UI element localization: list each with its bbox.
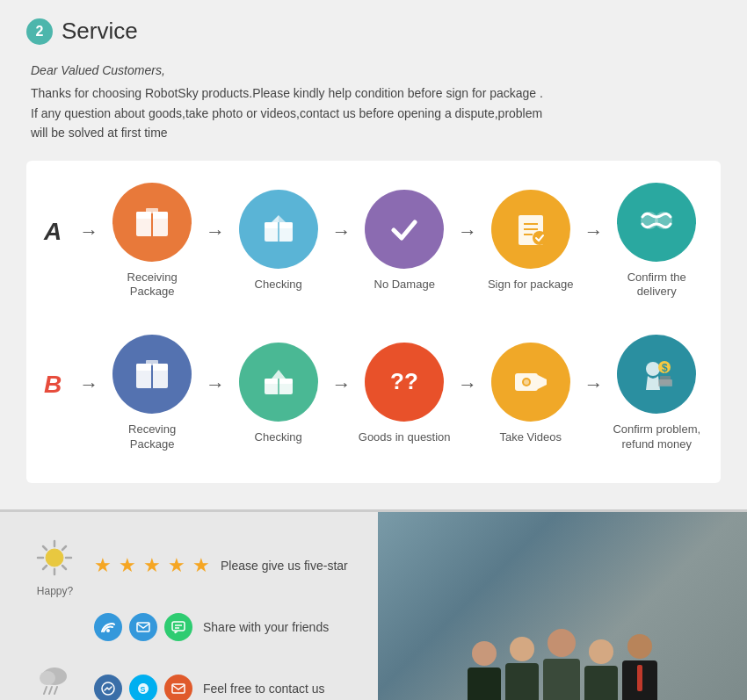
step-b4-circle xyxy=(491,343,570,422)
step-a3-label: No Damage xyxy=(374,278,435,292)
staff-1 xyxy=(468,641,501,700)
star4: ★ xyxy=(168,554,185,577)
step-a5-label: Confirm the delivery xyxy=(610,271,703,300)
svg-point-43 xyxy=(106,629,110,632)
svg-marker-7 xyxy=(272,215,279,222)
svg-line-41 xyxy=(62,546,66,550)
svg-text:??: ?? xyxy=(390,368,418,394)
flow-section: A → Receiving Package → xyxy=(26,161,721,484)
skype-icon[interactable]: S xyxy=(129,675,157,700)
arrow-b1: → xyxy=(206,373,225,414)
staff-4 xyxy=(584,639,618,700)
bottom-right-photo xyxy=(378,512,747,700)
staff-2 xyxy=(505,637,539,700)
svg-rect-33 xyxy=(658,379,672,386)
intro-text: Dear Valued Customers, Thanks for choosi… xyxy=(31,61,721,143)
step-a3-circle xyxy=(365,190,444,269)
svg-line-52 xyxy=(54,687,57,694)
receving-package-icon xyxy=(129,351,175,397)
share-text: Share with your friends xyxy=(203,620,329,634)
svg-rect-44 xyxy=(137,623,149,631)
svg-point-49 xyxy=(40,671,55,685)
goods-question-icon: ?? xyxy=(381,359,427,405)
contact-icons-list: S xyxy=(94,675,192,700)
step-a4-circle xyxy=(491,190,570,269)
staff-5 xyxy=(622,634,657,700)
step-a2: Checking xyxy=(232,190,325,292)
mail-icon[interactable] xyxy=(129,613,157,641)
cloud-rain-icon xyxy=(31,657,79,700)
step-b2-label: Checking xyxy=(255,430,302,445)
arrow-a0: → xyxy=(79,220,98,261)
flow-row-a: A → Receiving Package → xyxy=(44,183,703,300)
intro-body: Thanks for choosing RobotSky products.Pl… xyxy=(31,83,721,142)
signal-icon[interactable] xyxy=(94,613,122,641)
step-b2-circle xyxy=(239,343,318,422)
svg-point-34 xyxy=(46,549,63,566)
svg-marker-8 xyxy=(279,215,286,222)
arrow-b4: → xyxy=(584,373,603,414)
step-a1-label: Receiving Package xyxy=(105,271,199,300)
contact-text: Feel free to contact us xyxy=(203,682,325,696)
svg-rect-3 xyxy=(146,208,158,213)
step-a4: Sign for package xyxy=(484,190,577,292)
star2: ★ xyxy=(119,554,136,577)
step-b4-label: Take Videos xyxy=(499,430,562,445)
happy-label: Happy? xyxy=(37,585,73,597)
svg-rect-55 xyxy=(172,684,185,693)
svg-line-42 xyxy=(43,566,47,569)
messenger-icon[interactable] xyxy=(94,675,122,700)
arrow-b3: → xyxy=(458,373,477,414)
svg-text:$: $ xyxy=(662,362,668,374)
row-b-label: B xyxy=(44,371,65,416)
share-row: Share with your friends xyxy=(26,613,352,641)
step-a1-circle xyxy=(112,183,192,262)
step-b1-label: Receving Package xyxy=(105,422,199,452)
step-a5-circle xyxy=(617,183,696,262)
step-a5: Confirm the delivery xyxy=(610,183,703,300)
sun-icon xyxy=(31,534,79,582)
section-header: 2 Service xyxy=(26,18,721,45)
step-b5-circle: $ xyxy=(617,335,696,414)
step-b3-label: Goods in question xyxy=(359,430,451,445)
svg-line-39 xyxy=(43,546,47,550)
arrow-a3: → xyxy=(458,220,477,261)
step-b3: ?? Goods in question xyxy=(358,343,451,445)
chat-icon[interactable] xyxy=(164,613,192,641)
step-a2-circle xyxy=(239,190,318,269)
svg-line-40 xyxy=(62,566,66,569)
not-happy-row: Not Happy? S xyxy=(26,657,352,700)
email2-icon[interactable] xyxy=(164,675,192,700)
svg-marker-23 xyxy=(272,370,286,379)
five-star-icons: ★ ★ ★ ★ ★ xyxy=(94,554,210,577)
step-b1: Receving Package xyxy=(105,335,199,452)
not-happy-mood-block: Not Happy? xyxy=(26,657,83,700)
bottom-section: Happy? ★ ★ ★ ★ ★ Please give us five-sta… xyxy=(0,509,747,700)
step-b2: Checking xyxy=(232,343,325,445)
main-content: 2 Service Dear Valued Customers, Thanks … xyxy=(0,0,747,509)
section-number: 2 xyxy=(26,18,53,45)
star1: ★ xyxy=(94,554,112,577)
happy-row: Happy? ★ ★ ★ ★ ★ Please give us five-sta… xyxy=(26,534,352,597)
svg-line-51 xyxy=(49,687,52,694)
staff-container xyxy=(468,629,657,700)
step-b1-circle xyxy=(112,335,192,414)
bottom-left: Happy? ★ ★ ★ ★ ★ Please give us five-sta… xyxy=(0,512,378,700)
no-damage-icon xyxy=(381,206,427,252)
step-a3: No Damage xyxy=(358,190,451,292)
flow-row-b: B → Receving Package → xyxy=(44,335,703,452)
arrow-b2: → xyxy=(331,373,351,414)
svg-rect-19 xyxy=(146,360,158,365)
checking-icon-b xyxy=(256,359,301,405)
confirm-delivery-icon xyxy=(634,199,679,245)
arrow-a2: → xyxy=(331,220,351,261)
step-b5-label: Confirm problem,refund money xyxy=(613,422,700,452)
step-a2-label: Checking xyxy=(255,278,302,292)
checking-icon-a xyxy=(256,206,301,252)
step-a4-label: Sign for package xyxy=(488,278,574,292)
svg-point-28 xyxy=(524,379,529,385)
greeting: Dear Valued Customers, xyxy=(31,61,721,80)
svg-point-29 xyxy=(646,362,660,376)
step-a1: Receiving Package xyxy=(105,183,199,300)
row-a-label: A xyxy=(44,218,65,263)
